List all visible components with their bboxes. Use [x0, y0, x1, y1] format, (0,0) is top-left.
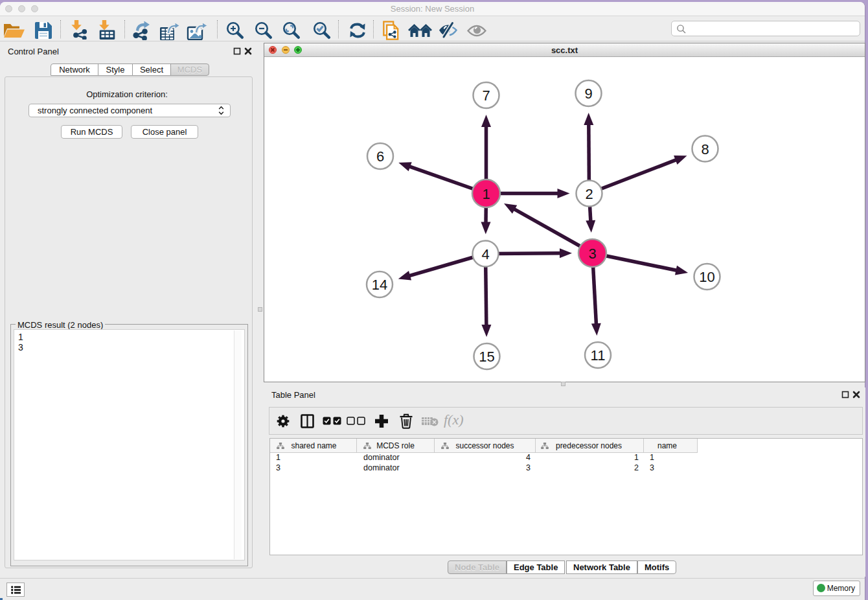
svg-text:9: 9: [584, 86, 592, 102]
svg-text:10: 10: [699, 269, 714, 285]
svg-text:8: 8: [701, 141, 709, 157]
svg-text:1: 1: [482, 186, 490, 202]
svg-text:2: 2: [585, 186, 593, 202]
svg-text:15: 15: [479, 349, 494, 365]
svg-text:11: 11: [591, 347, 606, 363]
svg-text:4: 4: [481, 246, 489, 262]
svg-text:6: 6: [376, 148, 384, 165]
svg-text:14: 14: [372, 277, 387, 293]
svg-text:7: 7: [482, 87, 490, 104]
svg-text:3: 3: [588, 246, 596, 262]
